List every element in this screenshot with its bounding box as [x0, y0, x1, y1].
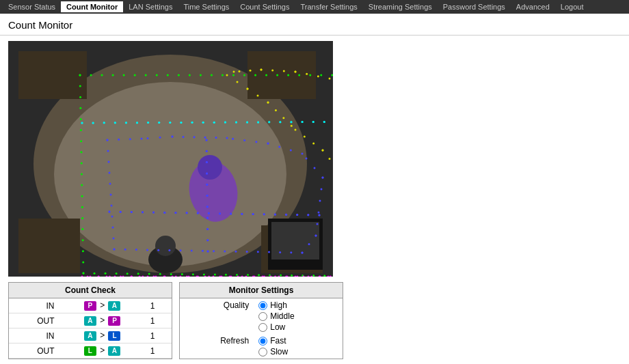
nav-lan-settings[interactable]: LAN Settings [123, 1, 178, 12]
quality-high-label: High [270, 300, 287, 310]
quality-radio-group: High Middle Low [258, 300, 337, 332]
count-check-row: OUTA > P1 [9, 313, 172, 328]
refresh-slow-label: Slow [270, 347, 288, 356]
from-badge: L [84, 346, 96, 356]
nav-password-settings[interactable]: Password Settings [438, 1, 511, 12]
count-value: 1 [145, 328, 172, 344]
count-check-panel: Count Check INP > A1OUTA > P1INA > L1OUT… [8, 282, 172, 359]
arrow-icon: > [96, 300, 109, 310]
nav-count-monitor[interactable]: Count Monitor [61, 1, 123, 12]
refresh-fast-radio[interactable] [258, 337, 267, 346]
quality-options: High Middle Low [253, 298, 343, 334]
refresh-slow-option[interactable]: Slow [258, 347, 337, 356]
count-direction: OUT [9, 344, 59, 359]
nav-advanced[interactable]: Advanced [511, 1, 555, 12]
count-check-row: OUTL > A1 [9, 344, 172, 359]
refresh-fast-label: Fast [270, 336, 286, 346]
nav-sensor-status[interactable]: Sensor Status [3, 1, 61, 12]
quality-row: Quality High Middle [180, 298, 343, 334]
refresh-radio-group: Fast Slow [258, 336, 337, 356]
quality-label: Quality [180, 298, 253, 334]
monitor-settings-table: Quality High Middle [180, 298, 343, 359]
monitor-settings-title: Monitor Settings [180, 283, 343, 298]
to-badge: P [108, 316, 120, 326]
count-badge-cell: A > P [59, 313, 144, 328]
count-value: 1 [145, 344, 172, 359]
count-direction: IN [9, 328, 59, 344]
quality-middle-option[interactable]: Middle [258, 311, 337, 321]
refresh-slow-radio[interactable] [258, 348, 267, 356]
arrow-icon: > [96, 331, 109, 340]
page-title: Count Monitor [0, 14, 629, 36]
quality-low-label: Low [270, 322, 285, 332]
nav-transfer-settings[interactable]: Transfer Settings [295, 1, 362, 12]
refresh-options: Fast Slow [253, 334, 343, 359]
arrow-icon: > [96, 346, 109, 355]
to-badge: L [108, 331, 120, 341]
main-content: Count Check INP > A1OUTA > P1INA > L1OUT… [0, 36, 629, 364]
count-value: 1 [145, 298, 172, 313]
quality-high-radio[interactable] [258, 301, 267, 310]
count-badge-cell: A > L [59, 328, 144, 344]
nav-time-settings[interactable]: Time Settings [178, 1, 235, 12]
count-check-row: INA > L1 [9, 328, 172, 344]
from-badge: P [84, 301, 96, 311]
refresh-fast-option[interactable]: Fast [258, 336, 337, 346]
from-badge: A [84, 331, 96, 341]
refresh-row: Refresh Fast Slow [180, 334, 343, 359]
count-value: 1 [145, 313, 172, 328]
quality-low-option[interactable]: Low [258, 322, 337, 332]
count-direction: IN [9, 298, 59, 313]
count-check-row: INP > A1 [9, 298, 172, 313]
navbar: Sensor Status Count Monitor LAN Settings… [0, 0, 629, 14]
count-check-title: Count Check [9, 283, 172, 298]
refresh-label: Refresh [180, 334, 253, 359]
from-badge: A [84, 316, 96, 326]
count-badge-cell: L > A [59, 344, 144, 359]
nav-count-settings[interactable]: Count Settings [235, 1, 295, 12]
quality-middle-label: Middle [270, 311, 294, 321]
monitor-settings-panel: Monitor Settings Quality High [179, 282, 343, 359]
quality-low-radio[interactable] [258, 323, 267, 332]
camera-canvas [8, 41, 333, 277]
nav-logout[interactable]: Logout [555, 1, 589, 12]
quality-middle-radio[interactable] [258, 312, 267, 321]
to-badge: A [108, 301, 120, 311]
count-badge-cell: P > A [59, 298, 144, 313]
to-badge: A [108, 346, 120, 356]
nav-streaming-settings[interactable]: Streaming Settings [363, 1, 438, 12]
arrow-icon: > [96, 316, 109, 325]
quality-high-option[interactable]: High [258, 300, 337, 310]
camera-feed [8, 41, 333, 277]
bottom-panels: Count Check INP > A1OUTA > P1INA > L1OUT… [8, 282, 621, 359]
count-direction: OUT [9, 313, 59, 328]
count-check-table: INP > A1OUTA > P1INA > L1OUTL > A1 [9, 298, 172, 359]
